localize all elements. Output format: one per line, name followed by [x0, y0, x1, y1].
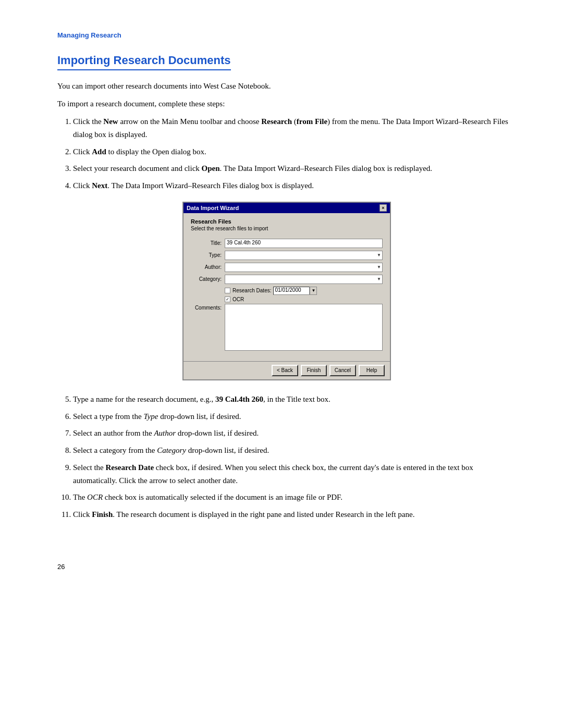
step-2: Click Add to display the Open dialog box…	[73, 145, 516, 158]
step-7: Select an author from the Author drop-do…	[73, 427, 516, 440]
ocr-checkbox[interactable]: ✓	[225, 297, 230, 302]
cancel-button[interactable]: Cancel	[329, 365, 356, 376]
back-button[interactable]: < Back	[272, 365, 298, 376]
research-date-input[interactable]: 01/01/2000	[273, 287, 310, 295]
title-input[interactable]: 39 Cal.4th 260	[225, 239, 383, 248]
step1-bold1: New	[103, 117, 118, 126]
research-date-label: Research Dates:	[232, 288, 271, 293]
step-9: Select the Research Date check box, if d…	[73, 461, 516, 487]
type-dropdown-arrow: ▼	[377, 253, 381, 257]
dialog-close-button[interactable]: ×	[380, 204, 387, 212]
step-4: Click Next. The Data Import Wizard–Resea…	[73, 179, 516, 192]
step-8: Select a category from the Category drop…	[73, 444, 516, 457]
dialog-body: Research Files Select the research files…	[183, 213, 390, 361]
dialog-wrapper: Data Import Wizard × Research Files Sele…	[57, 202, 516, 380]
author-dropdown-arrow: ▼	[377, 265, 381, 269]
step3-bold: Open	[202, 164, 220, 172]
step2-bold: Add	[92, 147, 106, 156]
step-5: Type a name for the research document, e…	[73, 393, 516, 406]
step-10: The OCR check box is automatically selec…	[73, 491, 516, 504]
title-label: Title:	[191, 240, 225, 246]
page-title: Importing Research Documents	[57, 54, 231, 70]
dialog-section-title: Research Files	[191, 218, 383, 225]
step1-bold2: Research	[261, 117, 292, 126]
dialog-titlebar: Data Import Wizard ×	[183, 203, 390, 213]
author-label: Author:	[191, 264, 225, 270]
title-row: Title: 39 Cal.4th 260	[191, 239, 383, 248]
steps-list-continued: Type a name for the research document, e…	[73, 393, 516, 521]
step5-bold: 39 Cal.4th 260	[215, 395, 263, 403]
step6-italic: Type	[143, 412, 158, 421]
step-11: Click Finish. The research document is d…	[73, 508, 516, 521]
page-number: 26	[57, 563, 516, 571]
research-date-arrow-button[interactable]: ▼	[310, 287, 317, 295]
category-row: Category: ▼	[191, 275, 383, 284]
dialog-section-subtitle: Select the research files to import	[191, 226, 383, 231]
dialog-box: Data Import Wizard × Research Files Sele…	[182, 202, 391, 380]
finish-button[interactable]: Finish	[301, 365, 327, 376]
comments-label: Comments:	[191, 305, 225, 311]
steps-list: Click the New arrow on the Main Menu too…	[73, 115, 516, 192]
category-dropdown-arrow: ▼	[377, 277, 381, 281]
breadcrumb-label: Managing Research	[57, 31, 121, 39]
step-3: Select your research document and click …	[73, 162, 516, 175]
step11-bold: Finish	[92, 510, 113, 519]
category-label: Category:	[191, 276, 225, 282]
type-label: Type:	[191, 252, 225, 258]
intro-para2: To import a research document, complete …	[57, 97, 516, 110]
comments-textarea[interactable]	[225, 304, 383, 351]
step10-italic: OCR	[87, 493, 103, 501]
breadcrumb: Managing Research	[57, 31, 516, 39]
ocr-row: ✓ OCR	[225, 297, 383, 302]
step1-bold3: from File	[297, 117, 327, 126]
type-select[interactable]: ▼	[225, 251, 383, 260]
author-select[interactable]: ▼	[225, 263, 383, 272]
author-row: Author: ▼	[191, 263, 383, 272]
dialog-title: Data Import Wizard	[187, 205, 239, 211]
step7-italic: Author	[154, 429, 176, 437]
intro-para1: You can import other research documents …	[57, 80, 516, 92]
category-select[interactable]: ▼	[225, 275, 383, 284]
step-6: Select a type from the Type drop-down li…	[73, 410, 516, 423]
comments-row: Comments:	[191, 304, 383, 351]
dialog-footer: < Back Finish Cancel Help	[183, 361, 390, 379]
step8-italic: Category	[157, 446, 186, 454]
step-1: Click the New arrow on the Main Menu too…	[73, 115, 516, 141]
research-date-row: Research Dates: 01/01/2000 ▼	[225, 287, 383, 295]
type-row: Type: ▼	[191, 251, 383, 260]
help-button[interactable]: Help	[359, 365, 385, 376]
research-date-checkbox[interactable]	[225, 288, 230, 293]
step4-bold: Next	[92, 181, 107, 190]
ocr-label: OCR	[232, 297, 244, 302]
step9-bold: Research Date	[105, 463, 154, 472]
